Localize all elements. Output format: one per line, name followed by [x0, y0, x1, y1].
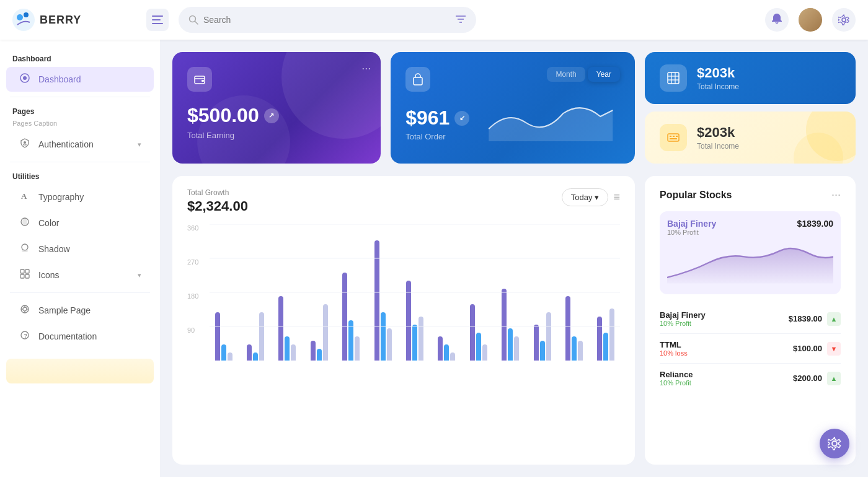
keyboard-icon: [666, 131, 680, 144]
color-icon: [19, 217, 31, 229]
chart-y-labels: 360 270 180 90: [187, 224, 203, 361]
stock-name-2: TTML: [660, 340, 688, 349]
logo: BERRY: [12, 9, 136, 31]
stock-right-3: $200.00 ▲: [793, 372, 841, 385]
sidebar-item-label-shadow: Shadow: [38, 244, 141, 254]
settings-button[interactable]: [832, 8, 856, 32]
svg-rect-43: [670, 138, 677, 139]
featured-stock-price: $1839.00: [797, 219, 833, 236]
stock-info-2: TTML 10% loss: [660, 340, 688, 357]
stock-price-3: $200.00: [793, 374, 822, 383]
earning-card-icon-button[interactable]: [187, 67, 212, 92]
stock-list-item-2: TTML 10% loss $100.00 ▼: [660, 334, 841, 364]
sidebar-divider-2: [10, 162, 150, 162]
featured-stock-header: Bajaj Finery 10% Profit $1839.00: [667, 219, 833, 236]
svg-point-14: [24, 141, 26, 144]
svg-point-24: [23, 307, 27, 311]
sidebar-item-sample-page[interactable]: Sample Page: [6, 298, 154, 323]
stock-trend-badge-2: ▼: [827, 342, 841, 356]
hamburger-icon: [152, 15, 163, 24]
sidebar-item-shadow[interactable]: Shadow: [6, 237, 154, 261]
svg-rect-4: [152, 19, 161, 20]
svg-rect-3: [152, 15, 163, 17]
filter-icon: [455, 14, 466, 24]
stock-list-item-3: Reliance 10% Profit $200.00 ▲: [660, 364, 841, 393]
tab-month[interactable]: Month: [547, 67, 585, 82]
settings-icon: [838, 14, 849, 25]
utilities-section-title: Utilities: [0, 167, 160, 183]
svg-point-2: [24, 12, 29, 17]
svg-rect-33: [414, 77, 422, 85]
chart-filter-button[interactable]: Today ▾: [562, 188, 609, 206]
featured-stock-profit: 10% Profit: [667, 229, 716, 236]
order-card-icon-button[interactable]: [405, 67, 430, 92]
sidebar-item-label-icons: Icons: [38, 270, 130, 280]
order-trend-badge: ↙: [454, 111, 469, 126]
sidebar-item-label-docs: Documentation: [38, 331, 141, 341]
income-yellow-icon: [660, 124, 687, 151]
svg-point-11: [842, 18, 846, 22]
order-card: Month Year $961 ↙ Total Order: [391, 52, 635, 164]
order-wave-chart: [482, 98, 620, 141]
notification-button[interactable]: [765, 8, 789, 32]
stocks-menu-button[interactable]: ···: [831, 188, 841, 201]
pages-caption: Pages Caption: [0, 118, 160, 131]
header-right: [765, 8, 856, 32]
sidebar-divider-3: [10, 292, 150, 293]
stock-info-3: Reliance 10% Profit: [660, 370, 693, 387]
earning-label: Total Earning: [187, 131, 366, 140]
income-blue-icon: [660, 64, 687, 92]
sidebar: Dashboard Dashboard Pages Pages Caption …: [0, 40, 160, 477]
stock-profit-3: 10% Profit: [660, 379, 693, 387]
y-label-90: 90: [187, 326, 198, 334]
order-amount: $961 ↙: [405, 107, 469, 129]
sidebar-item-color[interactable]: Color: [6, 211, 154, 235]
sidebar-item-label-sample: Sample Page: [38, 305, 141, 315]
main-content: ··· $500.00 ↗ Total Earning: [160, 40, 868, 477]
svg-rect-21: [20, 274, 24, 278]
earning-card-menu-button[interactable]: ···: [361, 62, 371, 75]
bag-icon: [412, 73, 424, 85]
stocks-card: Popular Stocks ··· Bajaj Finery 10% Prof…: [645, 176, 856, 465]
stock-trend-badge-1: ▲: [827, 312, 841, 326]
sidebar-item-label-typography: Typography: [38, 192, 141, 202]
chart-menu-button[interactable]: ≡: [613, 191, 620, 204]
header: BERRY: [0, 0, 868, 40]
svg-text:?: ?: [24, 333, 28, 339]
svg-point-0: [12, 9, 35, 31]
svg-point-18: [22, 250, 28, 252]
pages-section-title: Pages: [0, 102, 160, 118]
chevron-down-icon: ▾: [595, 193, 599, 202]
search-filter-button[interactable]: [455, 14, 466, 26]
table-icon: [666, 71, 680, 85]
auth-chevron-icon: ▾: [138, 141, 141, 149]
menu-button[interactable]: [146, 9, 169, 31]
icons-chevron-icon: ▾: [138, 271, 141, 279]
sidebar-item-authentication[interactable]: Authentication ▾: [6, 132, 154, 157]
sidebar-item-icons[interactable]: Icons ▾: [6, 263, 154, 287]
income-yellow-amount: $203k: [697, 125, 739, 141]
svg-text:A: A: [21, 191, 27, 201]
avatar[interactable]: [799, 8, 822, 32]
stocks-header: Popular Stocks ···: [660, 188, 841, 201]
dashboard-section-title: Dashboard: [0, 50, 160, 66]
sidebar-item-label-color: Color: [38, 218, 141, 228]
sidebar-item-typography[interactable]: A Typography: [6, 185, 154, 209]
sidebar-item-documentation[interactable]: ? Documentation: [6, 324, 154, 349]
tab-year[interactable]: Year: [588, 67, 620, 82]
sidebar-item-dashboard[interactable]: Dashboard: [6, 67, 154, 92]
stocks-title: Popular Stocks: [660, 190, 732, 201]
app-name: BERRY: [40, 14, 81, 27]
shadow-icon: [19, 243, 31, 255]
svg-rect-5: [152, 23, 163, 24]
auth-icon: [19, 138, 31, 151]
search-input[interactable]: [203, 15, 450, 25]
chart-card: Total Growth $2,324.00 Today ▾ ≡ 360: [172, 176, 635, 465]
svg-rect-41: [673, 136, 675, 137]
svg-rect-40: [670, 136, 671, 137]
featured-stock-chart: Bajaj Finery 10% Profit $1839.00: [660, 211, 841, 294]
svg-point-17: [22, 244, 28, 250]
y-label-270: 270: [187, 258, 198, 266]
order-label: Total Order: [405, 132, 469, 141]
fab-button[interactable]: [820, 429, 849, 458]
